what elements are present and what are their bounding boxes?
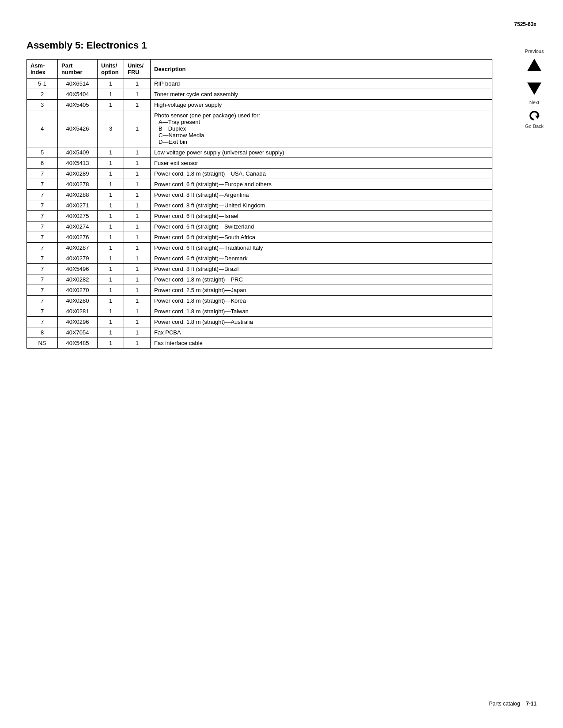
cell-part: 40X0274 [58,221,98,232]
cell-asm: 4 [27,110,58,147]
table-row: 740X029611Power cord, 1.8 m (straight)—A… [27,317,492,327]
cell-units-opt: 1 [98,274,124,285]
footer-label: Parts catalog [489,701,520,707]
cell-units-fru: 1 [124,317,151,327]
cell-description: High-voltage power supply [151,100,492,110]
footer: Parts catalog 7-11 [489,701,537,707]
cell-units-fru: 1 [124,158,151,169]
main-content: Assembly 5: Electronics 1 Asm-index Part… [26,40,492,349]
cell-asm: 7 [27,200,58,211]
cell-units-opt: 1 [98,285,124,296]
cell-units-opt: 1 [98,253,124,264]
cell-asm: NS [27,338,58,349]
table-row: 740X028011Power cord, 1.8 m (straight)—K… [27,296,492,306]
table-header-row: Asm-index Partnumber Units/option Units/… [27,60,492,79]
cell-description: Fax interface cable [151,338,492,349]
cell-description: Power cord, 1.8 m (straight)—PRC [151,274,492,285]
table-row: NS40X548511Fax interface cable [27,338,492,349]
cell-units-opt: 1 [98,190,124,200]
table-row: 740X027511Power cord, 6 ft (straight)—Is… [27,211,492,221]
cell-units-fru: 1 [124,79,151,89]
cell-part: 40X0278 [58,179,98,190]
cell-units-opt: 1 [98,179,124,190]
cell-description: Power cord, 6 ft (straight)—Denmark [151,253,492,264]
next-button[interactable] [524,78,544,98]
cell-description: Toner meter cycle card assembly [151,89,492,100]
cell-units-fru: 1 [124,110,151,147]
cell-part: 40X6514 [58,79,98,89]
cell-description: Power cord, 6 ft (straight)—Israel [151,211,492,221]
cell-part: 40X5413 [58,158,98,169]
previous-label[interactable]: Previous [525,49,544,54]
cell-description: Power cord, 6 ft (straight)—Europe and o… [151,179,492,190]
cell-part: 40X0270 [58,285,98,296]
desc-sub-item: C—Narrow Media [154,132,488,139]
cell-units-opt: 1 [98,100,124,110]
cell-units-fru: 1 [124,306,151,317]
table-row: 740X028111Power cord, 1.8 m (straight)—T… [27,306,492,317]
col-part-number: Partnumber [58,60,98,79]
nav-sidebar: Previous Next Go Back [514,49,554,129]
table-row: 740X027411Power cord, 6 ft (straight)—Sw… [27,221,492,232]
cell-units-fru: 1 [124,296,151,306]
next-label[interactable]: Next [529,100,540,105]
cell-description: Fuser exit sensor [151,158,492,169]
cell-asm: 7 [27,232,58,243]
cell-asm: 7 [27,264,58,274]
cell-units-fru: 1 [124,327,151,338]
cell-asm: 7 [27,169,58,179]
cell-units-opt: 1 [98,296,124,306]
table-row: 740X027011Power cord, 2.5 m (straight)—J… [27,285,492,296]
table-row: 740X028811Power cord, 8 ft (straight)—Ar… [27,190,492,200]
cell-part: 40X7054 [58,327,98,338]
cell-description: Power cord, 1.8 m (straight)—Australia [151,317,492,327]
cell-asm: 7 [27,274,58,285]
col-units-option: Units/option [98,60,124,79]
cell-asm: 2 [27,89,58,100]
cell-units-opt: 1 [98,89,124,100]
table-row: 740X028911Power cord, 1.8 m (straight)—U… [27,169,492,179]
go-back-label[interactable]: Go Back [525,124,544,129]
cell-units-opt: 1 [98,221,124,232]
cell-part: 40X0296 [58,317,98,327]
cell-description: Low-voltage power supply (universal powe… [151,147,492,158]
cell-description: Power cord, 8 ft (straight)—Brazil [151,264,492,274]
cell-asm: 5 [27,147,58,158]
cell-asm: 6 [27,158,58,169]
cell-asm: 7 [27,317,58,327]
table-row: 440X542631Photo sensor (one per package)… [27,110,492,147]
svg-marker-0 [527,59,541,71]
cell-units-fru: 1 [124,211,151,221]
cell-part: 40X0289 [58,169,98,179]
cell-units-fru: 1 [124,264,151,274]
col-description: Description [151,60,492,79]
cell-part: 40X0279 [58,253,98,264]
cell-part: 40X0280 [58,296,98,306]
page-id: 7525-63x [514,21,537,27]
table-row: 740X028711Power cord, 6 ft (straight)—Tr… [27,243,492,253]
cell-units-fru: 1 [124,190,151,200]
cell-part: 40X5404 [58,89,98,100]
go-back-button[interactable]: Go Back [525,108,544,129]
cell-asm: 7 [27,221,58,232]
cell-description: Fax PCBA [151,327,492,338]
cell-units-fru: 1 [124,253,151,264]
cell-description: Photo sensor (one per package) used for:… [151,110,492,147]
table-row: 5-140X651411RIP board [27,79,492,89]
table-row: 740X027111Power cord, 8 ft (straight)—Un… [27,200,492,211]
cell-description: Power cord, 1.8 m (straight)—USA, Canada [151,169,492,179]
footer-page: 7-11 [526,701,537,707]
go-back-icon [526,108,542,124]
previous-button[interactable] [524,56,544,76]
cell-description: Power cord, 6 ft (straight)—Switzerland [151,221,492,232]
cell-units-opt: 1 [98,327,124,338]
cell-part: 40X0288 [58,190,98,200]
cell-description: Power cord, 8 ft (straight)—Argentina [151,190,492,200]
cell-asm: 7 [27,306,58,317]
cell-units-opt: 3 [98,110,124,147]
cell-part: 40X0275 [58,211,98,221]
cell-part: 40X0281 [58,306,98,317]
cell-description: Power cord, 6 ft (straight)—South Africa [151,232,492,243]
cell-units-opt: 1 [98,158,124,169]
cell-units-fru: 1 [124,200,151,211]
